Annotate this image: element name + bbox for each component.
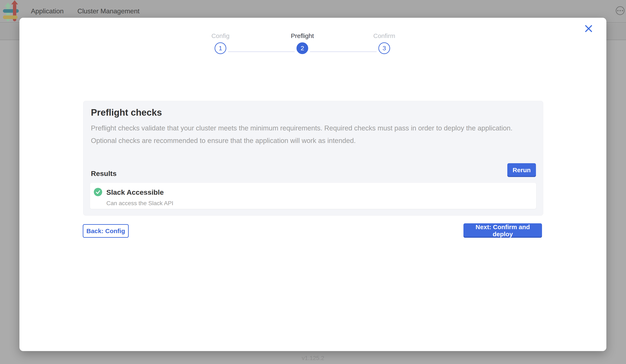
app-logo-icon — [2, 2, 19, 23]
preflight-check-row: Slack Accessible Can access the Slack AP… — [90, 183, 536, 209]
preflight-modal: Config 1 Preflight 2 Confirm 3 Preflight… — [19, 18, 606, 351]
results-heading: Results — [91, 169, 117, 178]
panel-description: Preflight checks validate that your clus… — [91, 122, 525, 147]
back-button[interactable]: Back: Config — [83, 224, 129, 238]
next-button[interactable]: Next: Confirm and deploy — [464, 223, 542, 238]
close-icon[interactable] — [584, 24, 593, 33]
ellipsis-menu-icon[interactable] — [616, 6, 625, 15]
version-label: v1.125.2 — [0, 355, 626, 362]
preflight-panel: Preflight checks Preflight checks valida… — [83, 101, 543, 216]
check-title: Slack Accessible — [106, 188, 164, 197]
step-number-badge: 3 — [378, 42, 390, 54]
step-number-badge: 2 — [297, 42, 308, 54]
step-label: Config — [189, 32, 252, 39]
check-description: Can access the Slack API — [106, 200, 173, 207]
step-preflight: Preflight 2 — [271, 32, 334, 54]
screen: Application Cluster Management v1.125.2 … — [0, 0, 626, 364]
step-label: Preflight — [271, 32, 334, 39]
check-pass-icon — [94, 188, 102, 196]
step-confirm: Confirm 3 — [353, 32, 416, 54]
step-label: Confirm — [353, 32, 416, 39]
nav-tab-cluster-management[interactable]: Cluster Management — [78, 7, 140, 15]
rerun-button[interactable]: Rerun — [507, 163, 536, 177]
step-config: Config 1 — [189, 32, 252, 54]
step-number-badge: 1 — [215, 42, 226, 54]
nav-tab-application[interactable]: Application — [31, 7, 64, 15]
panel-title: Preflight checks — [91, 107, 162, 118]
